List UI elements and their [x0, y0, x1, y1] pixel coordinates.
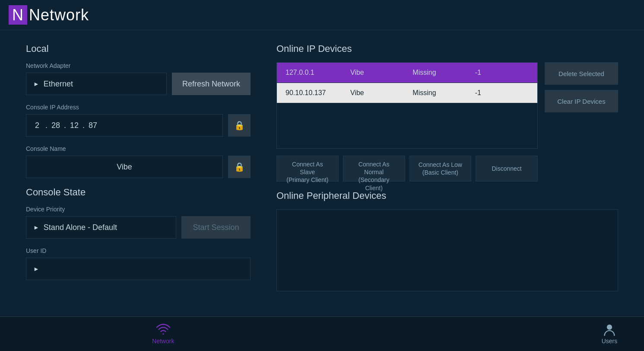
device-1-name: Vibe	[350, 69, 404, 77]
page-title: NNetwork	[9, 6, 89, 24]
dropdown-arrow-icon: ►	[33, 80, 39, 87]
footer-right: Users	[335, 324, 627, 345]
user-id-row: ►	[26, 258, 251, 280]
user-id-dropdown[interactable]: ►	[26, 258, 251, 280]
network-adapter-label: Network Adapter	[26, 62, 251, 69]
device-2-value: -1	[475, 89, 529, 97]
left-panel: Local Network Adapter ► Ethernet Refresh…	[26, 43, 251, 303]
connect-normal-button[interactable]: Connect As Normal(Secondary Client)	[343, 156, 405, 182]
nav-item-network[interactable]: Network	[146, 324, 181, 345]
network-adapter-value: Ethernet	[44, 80, 73, 89]
users-icon	[603, 324, 615, 336]
device-priority-row: ► Stand Alone - Default Start Session	[26, 216, 251, 239]
user-id-arrow-icon: ►	[33, 265, 39, 272]
console-ip-label: Console IP Address	[26, 104, 251, 111]
device-priority-label: Device Priority	[26, 206, 251, 213]
delete-selected-button[interactable]: Delete Selected	[545, 62, 618, 85]
right-panel: Online IP Devices 127.0.0.1 Vibe Missing…	[276, 43, 618, 303]
local-section-title: Local	[26, 43, 251, 54]
console-name-label: Console Name	[26, 145, 251, 152]
ip-lock-button[interactable]: 🔒	[228, 114, 251, 137]
console-state-section: Console State Device Priority ► Stand Al…	[26, 187, 251, 280]
ip-devices-list-area: 127.0.0.1 Vibe Missing -1 90.10.10.137 V…	[276, 62, 538, 182]
user-id-label: User ID	[26, 247, 251, 254]
device-priority-dropdown[interactable]: ► Stand Alone - Default	[26, 216, 176, 239]
peripheral-container	[276, 209, 618, 291]
device-row-2[interactable]: 90.10.10.137 Vibe Missing -1	[277, 83, 537, 103]
device-1-value: -1	[475, 69, 529, 77]
svg-point-0	[607, 324, 612, 329]
network-wifi-icon	[156, 324, 170, 336]
main-content: Local Network Adapter ► Ethernet Refresh…	[0, 30, 644, 316]
device-2-name: Vibe	[350, 89, 404, 97]
device-2-ip: 90.10.10.137	[286, 89, 342, 97]
device-1-status: Missing	[412, 69, 466, 77]
title-accent: N	[9, 5, 27, 25]
header: NNetwork	[0, 0, 644, 30]
footer-center: Network	[17, 324, 309, 345]
clear-ip-devices-button[interactable]: Clear IP Devices	[545, 90, 618, 112]
console-ip-field[interactable]: 2 . 28 . 12 . 87	[26, 114, 223, 137]
device-2-status: Missing	[412, 89, 466, 97]
disconnect-button[interactable]: Disconnect	[476, 156, 538, 182]
peripheral-devices-section: Online Peripheral Devices	[276, 190, 618, 291]
nav-item-users[interactable]: Users	[592, 324, 627, 345]
users-nav-label: Users	[602, 338, 618, 345]
device-priority-value: Stand Alone - Default	[44, 223, 117, 232]
ip-devices-container: 127.0.0.1 Vibe Missing -1 90.10.10.137 V…	[276, 62, 538, 149]
peripheral-section-title: Online Peripheral Devices	[276, 190, 618, 201]
ip-seg-3: 12	[68, 121, 81, 130]
console-ip-row: 2 . 28 . 12 . 87 🔒	[26, 114, 251, 137]
ip-seg-2: 28	[49, 121, 62, 130]
network-adapter-dropdown[interactable]: ► Ethernet	[26, 73, 167, 95]
console-state-title: Console State	[26, 187, 251, 198]
console-name-value: Vibe	[117, 163, 132, 172]
right-side-buttons: Delete Selected Clear IP Devices	[545, 62, 618, 182]
ip-devices-area: 127.0.0.1 Vibe Missing -1 90.10.10.137 V…	[276, 62, 618, 182]
name-lock-button[interactable]: 🔒	[228, 156, 251, 178]
ip-seg-4: 87	[86, 121, 99, 130]
device-row-1[interactable]: 127.0.0.1 Vibe Missing -1	[277, 63, 537, 83]
connect-low-button[interactable]: Connect As Low(Basic Client)	[409, 156, 472, 182]
console-name-row: Vibe 🔒	[26, 156, 251, 178]
start-session-button[interactable]: Start Session	[181, 216, 251, 239]
console-name-field[interactable]: Vibe	[26, 156, 223, 178]
network-nav-label: Network	[152, 338, 174, 345]
priority-dropdown-arrow-icon: ►	[33, 224, 39, 231]
connect-slave-button[interactable]: Connect As Slave(Primary Client)	[276, 156, 339, 182]
device-1-ip: 127.0.0.1	[286, 69, 342, 77]
network-adapter-row: ► Ethernet Refresh Network	[26, 73, 251, 95]
refresh-network-button[interactable]: Refresh Network	[172, 73, 251, 95]
online-ip-section-title: Online IP Devices	[276, 43, 618, 54]
ip-seg-1: 2	[31, 121, 44, 130]
title-text: Network	[29, 6, 89, 24]
connect-buttons-row: Connect As Slave(Primary Client) Connect…	[276, 156, 538, 182]
footer-nav: Network Users	[0, 316, 644, 351]
